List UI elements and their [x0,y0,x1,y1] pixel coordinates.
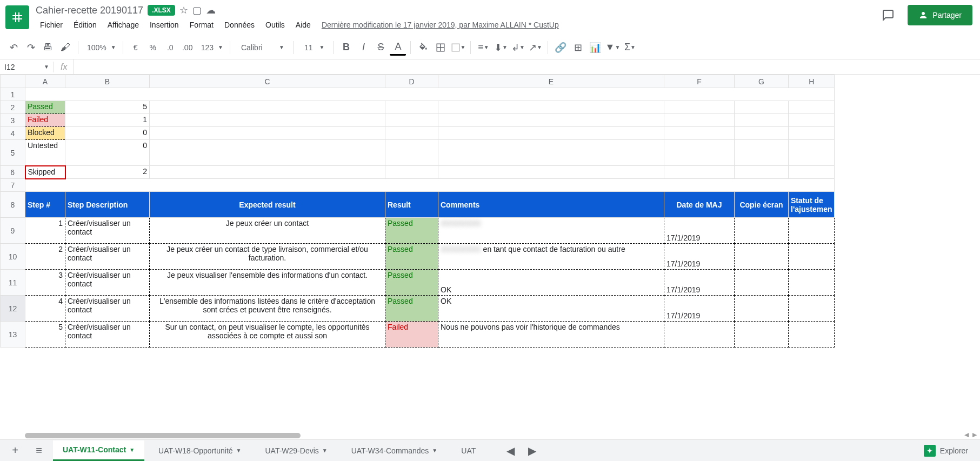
last-modified[interactable]: Dernière modification le 17 janvier 2019… [322,21,559,29]
h-align-icon[interactable]: ≡▼ [475,39,491,56]
cloud-icon[interactable]: ☁ [206,4,216,16]
cell[interactable] [150,127,385,140]
cell[interactable] [664,166,735,179]
select-all-corner[interactable] [1,75,25,88]
menu-affichage[interactable]: Affichage [103,18,143,31]
cell[interactable]: 1 [25,218,65,244]
menu-fichier[interactable]: Fichier [36,18,67,31]
row-header[interactable]: 10 [1,244,25,270]
cell[interactable]: 3 [25,270,65,296]
cell[interactable] [735,114,789,127]
cell[interactable] [438,166,664,179]
cell[interactable]: L'ensemble des informations listées dans… [150,296,385,322]
cell[interactable] [735,296,789,322]
cell[interactable]: Je peux visualiser l'ensemble des inform… [150,270,385,296]
col-header-e[interactable]: E [438,75,664,88]
cell[interactable]: 1 [65,114,150,127]
row-header[interactable]: 11 [1,270,25,296]
cell[interactable]: Je peux créer un contact [150,218,385,244]
cell-failed-label[interactable]: Failed [25,114,65,127]
cell[interactable] [25,88,835,101]
borders-icon[interactable] [432,39,449,56]
cell[interactable]: Créer/visualiser un contact [65,244,150,270]
menu-insertion[interactable]: Insertion [145,18,183,31]
link-icon[interactable]: 🔗 [552,39,569,56]
cell[interactable]: 17/1/2019 [664,218,735,244]
move-icon[interactable]: ▢ [192,4,202,16]
cell[interactable] [735,218,789,244]
cell[interactable]: Créer/visualiser un contact [65,322,150,348]
cell[interactable]: Sur un contact, on peut visualiser le co… [150,322,385,348]
scroll-right-icon[interactable]: ▶ [972,431,977,438]
scroll-left-icon[interactable]: ◀ [964,431,969,438]
font-size-select[interactable]: 11 ▼ [298,43,329,52]
percent-button[interactable]: % [145,39,161,56]
filter-icon[interactable]: ▼▼ [604,39,621,56]
col-header-f[interactable]: F [664,75,735,88]
fill-color-icon[interactable] [415,39,431,56]
star-icon[interactable]: ☆ [179,4,188,16]
cell[interactable] [385,140,438,166]
cell[interactable]: 2 [65,166,150,179]
print-icon[interactable]: 🖶 [40,39,56,56]
doc-title[interactable]: Cahier-recette 20190117 [36,5,143,16]
cell-result[interactable]: Passed [385,218,438,244]
header-comments[interactable]: Comments [438,192,664,218]
header-result[interactable]: Result [385,192,438,218]
cell[interactable]: OK [438,270,664,296]
cell[interactable]: 0 [65,127,150,140]
cell[interactable]: 4 [25,296,65,322]
cell[interactable] [789,101,835,114]
cell[interactable] [789,244,835,270]
comments-icon[interactable] [877,4,899,26]
cell[interactable] [664,127,735,140]
cell[interactable] [664,322,735,348]
row-header[interactable]: 4 [1,127,25,140]
col-header-d[interactable]: D [385,75,438,88]
cell[interactable]: 17/1/2019 [664,296,735,322]
cell[interactable] [789,127,835,140]
cell[interactable] [385,114,438,127]
cell-blocked-label[interactable]: Blocked [25,127,65,140]
cell[interactable]: Créer/visualiser un contact [65,218,150,244]
cell[interactable] [150,140,385,166]
currency-button[interactable]: € [128,39,144,56]
chart-icon[interactable]: 📊 [587,39,603,56]
cell[interactable] [438,114,664,127]
cell-result[interactable]: Passed [385,296,438,322]
col-header-g[interactable]: G [735,75,789,88]
cell[interactable] [735,244,789,270]
row-header[interactable]: 6 [1,166,25,179]
row-header[interactable]: 2 [1,101,25,114]
cell[interactable] [735,127,789,140]
undo-icon[interactable]: ↶ [5,39,22,56]
cell[interactable] [789,114,835,127]
horizontal-scrollbar[interactable] [25,433,964,438]
col-header-b[interactable]: B [65,75,150,88]
menu-aide[interactable]: Aide [291,18,315,31]
cell[interactable]: 2 [25,244,65,270]
cell[interactable] [735,140,789,166]
text-rotate-icon[interactable]: ↗▼ [527,39,543,56]
font-select[interactable]: Calibri ▼ [235,43,289,52]
cell[interactable] [150,166,385,179]
col-header-a[interactable]: A [25,75,65,88]
cell[interactable] [789,296,835,322]
menu-outils[interactable]: Outils [261,18,289,31]
cell[interactable] [385,166,438,179]
cell-skipped-label[interactable]: Skipped [25,166,65,179]
row-header[interactable]: 3 [1,114,25,127]
functions-icon[interactable]: Σ▼ [622,39,638,56]
cell-result[interactable]: Passed [385,244,438,270]
row-header[interactable]: 9 [1,218,25,244]
cell[interactable] [438,140,664,166]
row-header[interactable]: 8 [1,192,25,218]
share-button[interactable]: Partager [908,5,972,25]
cell[interactable] [25,179,835,192]
formula-input[interactable] [74,59,980,74]
cell-passed-label[interactable]: Passed [25,101,65,114]
cell-result[interactable]: Passed [385,270,438,296]
zoom-select[interactable]: 100% ▼ [83,43,118,52]
header-date-maj[interactable]: Date de MAJ [664,192,735,218]
cell[interactable] [664,140,735,166]
